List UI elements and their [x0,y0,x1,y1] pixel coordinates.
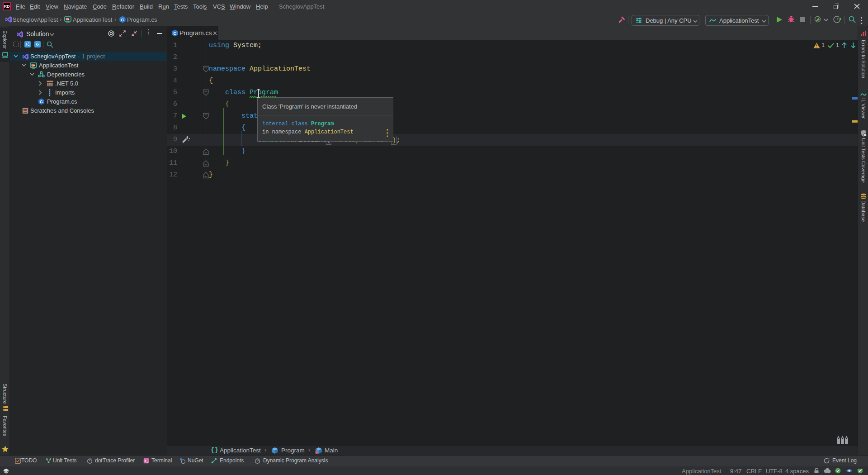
svg-text:C: C [40,100,43,104]
svg-text:C#: C# [32,64,35,67]
svg-text:C: C [121,17,124,22]
svg-text:C#: C# [66,18,70,21]
svg-text:C: C [173,31,176,36]
